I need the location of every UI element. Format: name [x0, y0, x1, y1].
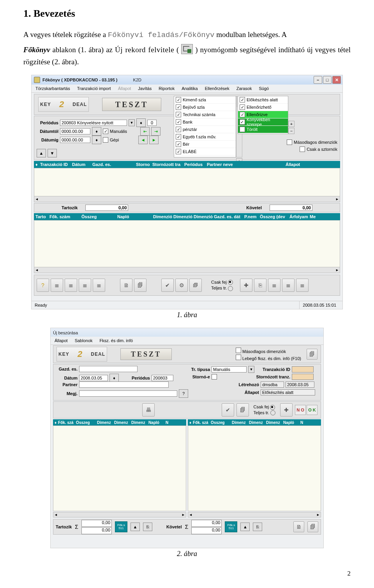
col2-dim1[interactable]: Dimenzió [153, 214, 173, 219]
col-periodus[interactable]: Periódus [184, 162, 206, 167]
lcol-osszeg[interactable]: Összeg [76, 420, 95, 425]
menu-javitas[interactable]: Javítás [138, 86, 152, 91]
chk-ber[interactable] [176, 141, 181, 147]
arrow-up-1[interactable]: ▲ [131, 523, 140, 531]
datumig-picker[interactable]: ♦ [92, 136, 101, 144]
lcol-n[interactable]: N [166, 420, 185, 425]
chk-egyeb[interactable] [176, 134, 181, 139]
menu-fksz-info[interactable]: Fksz. és dim. infó [100, 338, 133, 343]
col-gazd-es[interactable]: Gazd. es. [92, 162, 135, 167]
csak-sztornok-checkbox[interactable] [300, 147, 305, 152]
mid-doc-button[interactable]: 🗐 [236, 403, 249, 417]
bottom-tool-1[interactable]: 🗎 [293, 521, 304, 532]
action-button-4[interactable]: ≣ [296, 279, 309, 292]
rcol-dim3[interactable]: Dimenz [266, 420, 282, 425]
rcol-dim2[interactable]: Dimenz [249, 420, 265, 425]
datum-input[interactable]: 2008.03.05 [79, 375, 108, 381]
chk-bank[interactable] [176, 119, 181, 125]
chk-ellenorizheto[interactable] [240, 104, 245, 110]
teljes-2-radio[interactable] [270, 410, 275, 415]
nav-next-button[interactable]: ► [149, 136, 159, 144]
csakfej-2-radio[interactable] [270, 405, 275, 410]
left-grid-body[interactable] [53, 426, 186, 511]
left-grid-hscroll[interactable]: ◄► [53, 512, 186, 517]
nav-last-button[interactable]: ⇥ [151, 127, 161, 136]
list-button-2[interactable]: ≣ [65, 279, 77, 292]
col-stornozott[interactable]: Stornózott tra [152, 162, 183, 167]
close-button[interactable]: ✕ [332, 76, 341, 84]
help-button[interactable]: ? [37, 279, 49, 292]
action-button-1[interactable]: ⎘ [254, 279, 266, 292]
periodus-2-input[interactable]: 200803 [152, 375, 173, 381]
chk-ellenorizve[interactable] [240, 112, 245, 117]
col2-tarto[interactable]: Tarto [35, 214, 49, 219]
datumig-input[interactable]: 0000.00.00 [60, 137, 90, 143]
status-list-minus[interactable]: − [288, 128, 295, 134]
transactions-grid[interactable] [34, 168, 340, 197]
trtipus-dropdown[interactable]: ▼ [248, 366, 254, 373]
rcol-n[interactable]: N [300, 420, 319, 425]
print-button[interactable]: 🖶 [142, 403, 155, 417]
col2-osszeg[interactable]: Összeg [81, 214, 116, 219]
rcol-dim1[interactable]: Dimenz [232, 420, 247, 425]
col-tranzakcio-id[interactable]: Tranzakció ID [40, 162, 71, 167]
manualis-checkbox[interactable] [103, 129, 108, 134]
minimize-button[interactable]: – [314, 76, 322, 84]
action-button-3[interactable]: ≣ [282, 279, 295, 292]
col2-osszeg-dev[interactable]: Összeg (dev [260, 214, 289, 219]
rcol-foksza[interactable]: Fők. szá [193, 420, 209, 425]
periodus-dropdown[interactable]: ▼ [129, 119, 135, 126]
nav-first-button[interactable]: ⇤ [140, 127, 150, 136]
lebego-checkbox[interactable] [236, 355, 241, 360]
col2-dim3[interactable]: Dimenzió [194, 214, 213, 219]
lcol-dim2[interactable]: Dimenz [114, 420, 130, 425]
col2-dim2[interactable]: Dimenzió [173, 214, 193, 219]
chk-bejovo[interactable] [176, 104, 181, 110]
col2-gazd-dat[interactable]: Gazd. es. dát [214, 214, 243, 219]
masodlagos-2-checkbox[interactable] [236, 348, 241, 353]
periodus-input[interactable]: 200803 Könyvelésre nyitott [60, 120, 127, 126]
gepi-checkbox[interactable] [103, 137, 108, 143]
menu-zarasok[interactable]: Zarasok [236, 86, 252, 91]
menu-allapot-2[interactable]: Állapot [55, 338, 68, 343]
lcol-naplo[interactable]: Napló [148, 420, 164, 425]
teljes-radio[interactable] [228, 286, 233, 291]
menu-ellenorzesek[interactable]: Ellenőrzések [205, 86, 229, 91]
lcol-dim1[interactable]: Dimenz [97, 420, 113, 425]
tool-button-1[interactable]: ⚙ [175, 279, 188, 292]
partner-input[interactable] [79, 381, 169, 388]
col-datum[interactable]: Dátum [72, 162, 92, 167]
rcol-naplo[interactable]: Napló [283, 420, 299, 425]
datumtol-picker[interactable]: ♦ [92, 127, 101, 136]
collapse-down-button[interactable]: ▼ [48, 149, 57, 157]
chk-technikai[interactable] [176, 112, 181, 117]
right-grid-body[interactable] [188, 426, 321, 511]
check-button[interactable]: ✔ [161, 279, 174, 292]
arrow-up-2[interactable]: ▲ [240, 523, 250, 531]
gazd-es-input[interactable] [79, 366, 138, 372]
header-tool-button[interactable]: 🗐 [307, 349, 318, 360]
chk-konyvekben[interactable] [240, 119, 245, 125]
mid-new-button[interactable]: ✚ [280, 403, 293, 417]
no-button[interactable]: N O [295, 405, 306, 415]
lcol-foksza[interactable]: Fők. szá [58, 420, 74, 425]
col2-arfolyam[interactable]: Árfolyam [289, 214, 309, 219]
action-button-2[interactable]: ≣ [268, 279, 280, 292]
maximize-button[interactable]: □ [323, 76, 332, 84]
col2-pnem[interactable]: P.nem [244, 214, 259, 219]
tool-button-2[interactable]: 🗊 [189, 279, 202, 292]
lcol-dim3[interactable]: Dimenz [131, 420, 147, 425]
status-list-plus[interactable]: + [288, 121, 295, 127]
menu-sugo[interactable]: Súgó [259, 86, 269, 91]
col-partner-neve[interactable]: Partner neve [207, 162, 285, 167]
list-button-3[interactable]: ≣ [79, 279, 91, 292]
col2-naplo[interactable]: Napló [117, 214, 152, 219]
doc-button-2[interactable]: 🗐 [134, 279, 146, 292]
lines-grid[interactable] [34, 220, 340, 268]
list-button-1[interactable]: ≣ [51, 279, 63, 292]
csakfej-radio[interactable] [228, 280, 233, 285]
masodlagos-checkbox[interactable] [287, 139, 292, 145]
new-record-button[interactable]: ✚ [240, 279, 252, 292]
bottom-tool-2[interactable]: 🗐 [307, 521, 318, 532]
nav-prev-button[interactable]: ◄ [138, 136, 148, 144]
